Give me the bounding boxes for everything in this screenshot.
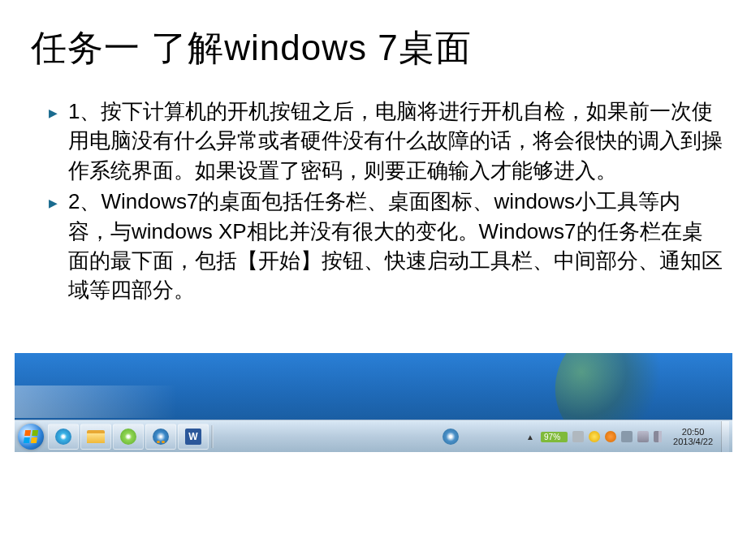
qq-icon: [153, 429, 169, 445]
word-icon: W: [185, 429, 201, 445]
desktop-wallpaper: [15, 353, 732, 420]
slide-title: 任务一 了解windows 7桌面: [0, 0, 747, 88]
start-button[interactable]: [15, 420, 47, 453]
explorer-pinned[interactable]: [80, 424, 111, 450]
bullet-icon: ▶: [49, 196, 58, 209]
show-desktop-button[interactable]: [721, 421, 729, 452]
taskbar: W ▲ 97% 20:50 2013/4/22: [15, 420, 732, 452]
bullet-text: 1、按下计算机的开机按钮之后，电脑将进行开机自检，如果前一次使用电脑没有什么异常…: [68, 97, 723, 185]
taskbar-separator: [211, 425, 214, 448]
green-sphere-icon: [120, 429, 136, 445]
network-icon[interactable]: [637, 431, 649, 442]
clock-time: 20:50: [673, 427, 713, 437]
tray-icon-orange[interactable]: [605, 431, 616, 442]
generic-icon: [621, 431, 633, 442]
bullet-item-1: ▶ 1、按下计算机的开机按钮之后，电脑将进行开机自检，如果前一次使用电脑没有什么…: [49, 97, 723, 185]
folder-icon: [87, 430, 105, 443]
tray-icon-4[interactable]: [621, 431, 633, 442]
bullet-text: 2、Windows7的桌面包括任务栏、桌面图标、windows小工具等内容，与w…: [68, 187, 723, 305]
battery-indicator[interactable]: 97%: [541, 432, 568, 442]
network-status-icon: [637, 431, 649, 442]
notification-area: ▲ 97% 20:50 2013/4/22: [525, 420, 732, 453]
battery-percent: 97%: [544, 433, 560, 442]
tray-overflow-button[interactable]: ▲: [525, 431, 536, 442]
body-content: ▶ 1、按下计算机的开机按钮之后，电脑将进行开机自检，如果前一次使用电脑没有什么…: [0, 88, 747, 305]
windows-orb-icon: [18, 424, 44, 450]
orange-sphere-icon: [605, 431, 616, 442]
tray-icon-yellow[interactable]: [589, 431, 600, 442]
win7-taskbar-screenshot: W ▲ 97% 20:50 2013/4/22: [15, 353, 732, 452]
taskbar-clock[interactable]: 20:50 2013/4/22: [670, 427, 716, 446]
volume-icon[interactable]: [654, 431, 665, 442]
wallpaper-light: [15, 386, 177, 418]
wallpaper-leaf: [538, 353, 683, 420]
app-green-pinned[interactable]: [113, 424, 144, 450]
tray-icon-1[interactable]: [572, 431, 584, 442]
ie-pinned[interactable]: [48, 424, 79, 450]
word-pinned[interactable]: W: [178, 424, 209, 450]
ie-icon: [55, 429, 71, 445]
shield-icon: [589, 431, 600, 442]
bullet-item-2: ▶ 2、Windows7的桌面包括任务栏、桌面图标、windows小工具等内容，…: [49, 187, 723, 305]
generic-icon: [572, 431, 584, 442]
speaker-icon: [654, 431, 665, 442]
clock-date: 2013/4/22: [673, 437, 713, 446]
ie-running-icon[interactable]: [443, 429, 459, 445]
qq-pinned[interactable]: [145, 424, 176, 450]
bullet-icon: ▶: [49, 106, 58, 119]
